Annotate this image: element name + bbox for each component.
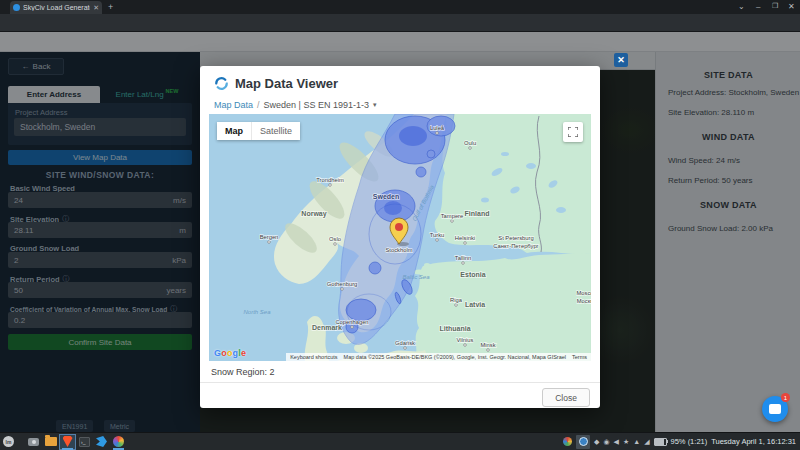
bluetooth-icon[interactable]: ◆: [594, 438, 599, 445]
google-logo[interactable]: Google: [214, 348, 246, 358]
map-label-city: Stockholm: [385, 247, 412, 253]
city-dot: [404, 347, 407, 350]
map-label-city: Gdańsk: [395, 340, 415, 346]
map-label-city: Helsinki: [455, 235, 475, 241]
map-label-city: Turku: [430, 232, 445, 238]
browser-tab-bar: SkyCiv Load Generator | Sky ✕ + ⌄ – ❐ ✕: [0, 0, 800, 14]
satellite-button[interactable]: Satellite: [251, 122, 300, 140]
city-dot: [329, 184, 332, 187]
modal-header: Map Data Viewer: [214, 76, 338, 91]
map-label-city: St Petersburg: [498, 235, 533, 241]
map-label-country: Lithuania: [439, 325, 470, 332]
city-dot: [455, 304, 458, 307]
city-dot: [436, 239, 439, 242]
window-maximize-icon[interactable]: ❐: [772, 2, 778, 10]
brave-browser-icon[interactable]: [59, 434, 76, 450]
window-close-icon[interactable]: ✕: [788, 2, 795, 11]
screenshot-app-icon[interactable]: [25, 434, 42, 450]
map-label-city: Minsk: [480, 342, 495, 348]
chat-bubble[interactable]: 1: [762, 396, 788, 422]
modal-footer: Close: [200, 382, 600, 408]
map-label-city: Oulu: [464, 140, 476, 146]
mic-icon[interactable]: ◀: [614, 438, 619, 445]
map-label-country: Sweden: [373, 193, 399, 200]
breadcrumb-current: Sweden | SS EN 1991-1-3: [264, 100, 369, 110]
clock[interactable]: Tuesday April 1, 16:12:31: [711, 437, 796, 446]
map-label-city: Tampere: [441, 213, 464, 219]
chevron-down-icon[interactable]: ▾: [373, 101, 377, 109]
map-attribution: Keyboard shortcuts Map data ©2025 GeoBas…: [286, 353, 591, 361]
snow-region-value: Snow Region: 2: [211, 367, 275, 377]
mint-menu-button[interactable]: lm: [0, 434, 17, 450]
browser-nav-bar: [0, 14, 800, 32]
map-label-sea: North Sea: [243, 309, 271, 315]
paw-app-icon[interactable]: [563, 437, 572, 446]
system-tray: ◆ ◉ ◀ ★ ▲ ◢ 95% (1:21) Tuesday April 1, …: [563, 435, 800, 449]
vscode-icon[interactable]: [93, 434, 110, 450]
new-tab-button[interactable]: +: [108, 2, 113, 12]
volume-icon[interactable]: ◢: [644, 438, 649, 445]
tab-title: SkyCiv Load Generator | Sky: [23, 4, 90, 11]
map-label-city: Tallinn: [455, 255, 471, 261]
map-label-country: Denmark: [312, 324, 342, 331]
star-icon[interactable]: ★: [623, 438, 629, 445]
map-label-city: Copenhagen: [335, 319, 368, 325]
keyboard-shortcuts-link[interactable]: Keyboard shortcuts: [290, 354, 337, 360]
map-label-city: Mosco: [576, 290, 591, 296]
window-minimize-icon[interactable]: –: [756, 2, 760, 11]
map-label-city: Luleå: [430, 125, 445, 131]
map-label-city: Vilnius: [457, 337, 474, 343]
map-label-country: Norway: [301, 210, 326, 218]
map-label-country: Latvia: [465, 301, 485, 308]
taskbar: lm ›_ ◆ ◉ ◀ ★ ▲ ◢ 95% (1:21) Tuesday Apr…: [0, 432, 800, 450]
city-dot: [464, 344, 467, 347]
map-label-city: Oslo: [329, 236, 341, 242]
city-dot: [351, 326, 354, 329]
city-dot: [341, 288, 344, 291]
battery-icon[interactable]: [654, 438, 667, 446]
terms-link[interactable]: Terms: [572, 354, 587, 360]
city-dot: [334, 243, 337, 246]
breadcrumb-map-data[interactable]: Map Data: [214, 100, 253, 110]
map-fullscreen-icon[interactable]: [563, 122, 583, 142]
tab-search-caret-icon[interactable]: ⌄: [738, 2, 745, 11]
map-label-city: Санкт-Петербург: [493, 243, 538, 249]
terminal-icon[interactable]: ›_: [76, 434, 93, 450]
city-dot: [469, 147, 472, 150]
map-label-country: Finland: [465, 210, 490, 217]
modal-title: Map Data Viewer: [235, 76, 338, 91]
map-label-city: Trondheim: [316, 177, 344, 183]
map-label-country: Estonia: [460, 271, 485, 278]
breadcrumb: Map Data / Sweden | SS EN 1991-1-3 ▾: [214, 100, 376, 110]
chat-badge: 1: [781, 393, 790, 402]
battery-status: 95% (1:21): [671, 437, 708, 446]
map-canvas[interactable]: NorwaySwedenFinlandEstoniaLatviaLithuani…: [209, 114, 591, 361]
city-dot: [462, 262, 465, 265]
map-label-city: Bergen: [260, 234, 279, 240]
map-data-credit: Map data ©2025 GeoBasis-DE/BKG (©2009), …: [344, 354, 566, 360]
skyciv-favicon: [13, 4, 20, 11]
browser-tab[interactable]: SkyCiv Load Generator | Sky ✕: [10, 1, 102, 14]
map-label-city: Gothenburg: [327, 281, 358, 287]
skyciv-logo-icon: [214, 76, 229, 91]
chat-icon: [769, 404, 781, 414]
snow-region-map: NorwaySwedenFinlandEstoniaLatviaLithuani…: [209, 114, 591, 361]
wifi-icon[interactable]: ▲: [633, 438, 640, 445]
map-button[interactable]: Map: [217, 122, 251, 140]
file-manager-icon[interactable]: [42, 434, 59, 450]
city-dot: [464, 242, 467, 245]
shield-icon[interactable]: ◉: [603, 438, 609, 445]
tab-close-icon[interactable]: ✕: [93, 4, 99, 11]
city-dot: [487, 349, 490, 352]
city-dot: [268, 241, 271, 244]
screen: SkyCiv Load Generator | Sky ✕ + ⌄ – ❐ ✕ …: [0, 0, 800, 450]
modal-close-icon[interactable]: ✕: [614, 53, 628, 67]
city-dot: [451, 220, 454, 223]
close-button[interactable]: Close: [542, 388, 590, 407]
network-icon: [579, 437, 588, 446]
network-tray-slot[interactable]: [576, 435, 590, 449]
app-hub-icon[interactable]: [110, 434, 127, 450]
map-data-viewer-modal: ✕ Map Data Viewer Map Data / Sweden | SS…: [200, 66, 600, 408]
map-label-sea: Baltic Sea: [402, 274, 430, 280]
city-dot: [436, 132, 439, 135]
